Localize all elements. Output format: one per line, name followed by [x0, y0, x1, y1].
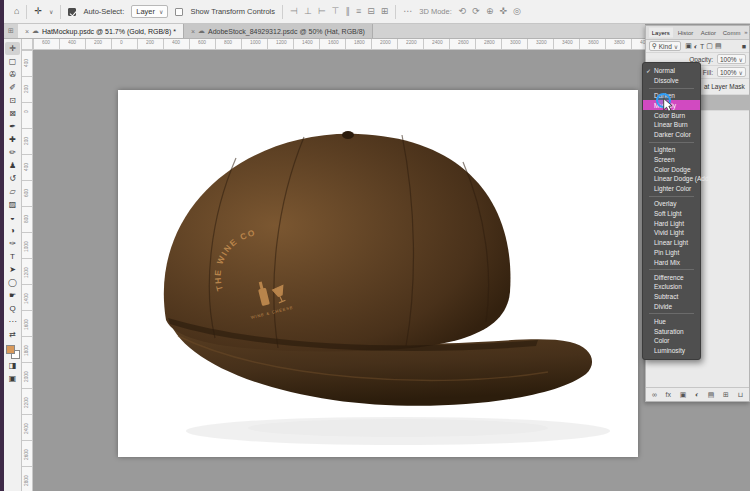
blend-mode-divide[interactable]: Divide: [643, 302, 700, 312]
blend-mode-lighten[interactable]: Lighten: [643, 145, 700, 155]
delete-layer-icon[interactable]: ⊔: [737, 391, 742, 399]
gradient-tool[interactable]: ▨: [5, 198, 20, 211]
filter-smart-objects-icon[interactable]: ▤: [715, 42, 722, 50]
blend-mode-luminosity[interactable]: Luminosity: [643, 346, 700, 356]
align-left-icon[interactable]: ⊣: [290, 7, 298, 16]
ruler-vertical[interactable]: 4002000200400600800100012001400160018002…: [22, 50, 33, 491]
filter-type-layers-icon[interactable]: T: [700, 43, 704, 50]
blend-mode-overlay[interactable]: Overlay: [643, 199, 700, 209]
history-brush-tool[interactable]: ↺: [5, 172, 20, 185]
lasso-tool[interactable]: ✇: [5, 68, 20, 81]
blend-mode-color-dodge[interactable]: Color Dodge: [643, 164, 700, 174]
close-tab-icon[interactable]: ×: [25, 28, 29, 35]
document-tab-2[interactable]: ×☁AdobeStock_84929312.psdc @ 50% (Hat, R…: [184, 24, 373, 38]
close-tab-icon[interactable]: ×: [191, 28, 195, 35]
layer-effects-icon[interactable]: fx: [666, 391, 671, 398]
3d-slide-icon[interactable]: ✜: [499, 7, 507, 16]
chevron-down-icon[interactable]: ∨: [49, 8, 53, 15]
brush-tool[interactable]: ✏: [5, 146, 20, 159]
align-bottom-icon[interactable]: ≡: [356, 7, 361, 16]
document-tab-1[interactable]: ×☁HatMockup.psdc @ 51.7% (Gold, RGB/8) *: [18, 24, 184, 38]
healing-brush-tool[interactable]: ✚: [5, 133, 20, 146]
blend-mode-linear-burn[interactable]: Linear Burn: [643, 120, 700, 130]
collapse-panels-icon[interactable]: »: [744, 29, 747, 36]
artboard[interactable]: THE WINE CO WINE & CHEESE: [118, 90, 638, 457]
blend-mode-linear-dodge-add-[interactable]: Linear Dodge (Add): [643, 174, 700, 184]
zoom-tool[interactable]: Q: [5, 302, 20, 315]
eyedropper-tool[interactable]: ✒: [5, 120, 20, 133]
color-swatches[interactable]: [6, 345, 20, 359]
clone-stamp-tool[interactable]: ♟: [5, 159, 20, 172]
filter-pixel-layers-icon[interactable]: ▣: [685, 42, 692, 50]
tab-layers[interactable]: Layers: [649, 27, 672, 37]
distribute-h-icon[interactable]: ⊟: [367, 7, 375, 16]
3d-pan-icon[interactable]: ⊕: [486, 7, 494, 16]
filter-kind-dropdown[interactable]: ⚲ Kind ∨: [649, 41, 681, 51]
blend-mode-dissolve[interactable]: Dissolve: [643, 76, 700, 86]
pen-tool[interactable]: ✑: [5, 237, 20, 250]
blend-mode-vivid-light[interactable]: Vivid Light: [643, 228, 700, 238]
move-tool-icon[interactable]: ✛: [34, 7, 42, 16]
align-right-icon[interactable]: ⊢: [318, 7, 326, 16]
crop-tool[interactable]: ⊡: [5, 94, 20, 107]
align-center-h-icon[interactable]: ⊥: [304, 7, 312, 16]
auto-select-checkbox[interactable]: [68, 8, 76, 16]
marquee-tool[interactable]: ▢: [5, 55, 20, 68]
new-layer-icon[interactable]: ⊞: [723, 391, 729, 399]
fill-value[interactable]: 100% ∨: [717, 67, 746, 77]
3d-orbit-icon[interactable]: ⟲: [459, 7, 467, 16]
blur-tool[interactable]: ◒: [5, 211, 20, 224]
tab-actior[interactable]: Actior: [697, 27, 718, 37]
edit-toolbar-icon[interactable]: ⇄: [5, 328, 20, 341]
blend-mode-screen[interactable]: Screen: [643, 154, 700, 164]
align-middle-icon[interactable]: ∥: [345, 7, 350, 16]
distribute-v-icon[interactable]: ⊞: [381, 7, 389, 16]
blend-mode-pin-light[interactable]: Pin Light: [643, 248, 700, 258]
blend-mode-exclusion[interactable]: Exclusion: [643, 282, 700, 292]
blend-mode-multiply[interactable]: Multiply: [643, 100, 700, 110]
blend-mode-darken[interactable]: Darken: [643, 91, 700, 101]
3d-zoom-icon[interactable]: ◎: [513, 7, 521, 16]
tab-histor[interactable]: Histor: [674, 27, 695, 37]
filter-shape-layers-icon[interactable]: ▢: [706, 42, 713, 50]
tab-grid-icon[interactable]: ⊞: [4, 24, 18, 38]
path-selection-tool[interactable]: ➤: [5, 263, 20, 276]
blend-mode-darker-color[interactable]: Darker Color: [643, 130, 700, 140]
auto-select-target-dropdown[interactable]: Layer ∨: [131, 5, 168, 18]
home-icon[interactable]: ⌂: [14, 7, 19, 16]
show-transform-checkbox[interactable]: [175, 8, 183, 16]
layer-mask-icon[interactable]: ▣: [680, 391, 687, 399]
link-layers-icon[interactable]: ∞: [652, 391, 657, 398]
more-tools-icon[interactable]: ⋯: [5, 315, 20, 328]
tab-comm[interactable]: Comm: [720, 27, 743, 37]
blend-mode-soft-light[interactable]: Soft Light: [643, 208, 700, 218]
quick-selection-tool[interactable]: ✐: [5, 81, 20, 94]
screen-mode-button[interactable]: ▣: [5, 372, 20, 385]
filter-adjustment-layers-icon[interactable]: ◐: [694, 43, 698, 50]
foreground-color-swatch[interactable]: [6, 345, 15, 354]
blend-mode-linear-light[interactable]: Linear Light: [643, 238, 700, 248]
ruler-horizontal[interactable]: 6004002000200400600800100012001400160018…: [33, 39, 645, 50]
move-tool[interactable]: ✛: [5, 42, 20, 55]
eraser-tool[interactable]: ▱: [5, 185, 20, 198]
shape-tool[interactable]: ◯: [5, 276, 20, 289]
blend-mode-hue[interactable]: Hue: [643, 316, 700, 326]
blend-mode-difference[interactable]: Difference: [643, 272, 700, 282]
opacity-value[interactable]: 100% ∨: [717, 54, 746, 64]
blend-mode-lighter-color[interactable]: Lighter Color: [643, 184, 700, 194]
layer-group-icon[interactable]: ▤: [708, 391, 715, 399]
hand-tool[interactable]: ☛: [5, 289, 20, 302]
blend-mode-subtract[interactable]: Subtract: [643, 292, 700, 302]
blend-mode-hard-light[interactable]: Hard Light: [643, 218, 700, 228]
blend-mode-hard-mix[interactable]: Hard Mix: [643, 257, 700, 267]
more-options-icon[interactable]: ⋯: [403, 7, 412, 16]
frame-tool[interactable]: ⊠: [5, 107, 20, 120]
blend-mode-color-burn[interactable]: Color Burn: [643, 110, 700, 120]
blend-mode-normal[interactable]: ✓Normal: [643, 66, 700, 76]
adjustment-layer-icon[interactable]: ◐: [695, 391, 699, 398]
ruler-corner[interactable]: [22, 39, 33, 50]
3d-roll-icon[interactable]: ⟳: [472, 7, 480, 16]
blend-mode-color[interactable]: Color: [643, 336, 700, 346]
dodge-tool[interactable]: ◑: [5, 224, 20, 237]
filter-toggle-icon[interactable]: ■: [742, 43, 746, 50]
